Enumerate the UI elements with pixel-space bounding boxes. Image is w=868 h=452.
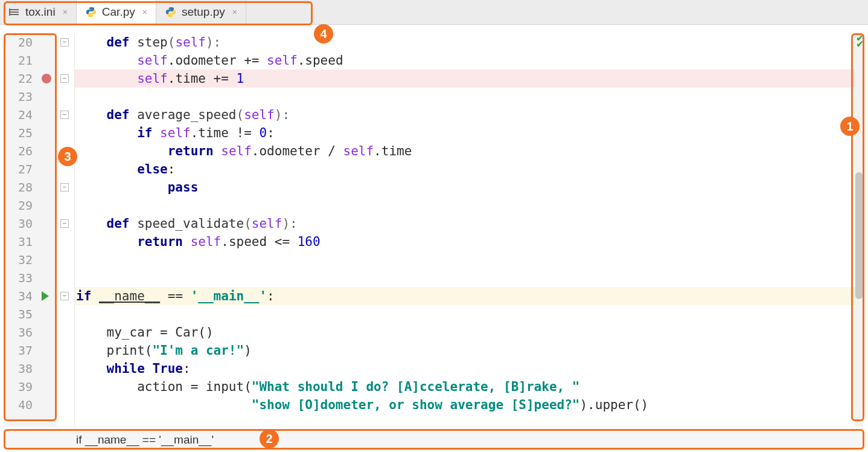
line-number[interactable]: 37: [4, 341, 33, 360]
line-number[interactable]: 20: [4, 33, 33, 51]
svg-rect-0: [10, 9, 19, 10]
callout-4: 4: [314, 24, 333, 44]
run-gutter-icon[interactable]: [42, 291, 49, 301]
close-icon[interactable]: ×: [232, 7, 237, 17]
line-number[interactable]: 35: [4, 305, 33, 323]
ide-editor-frame: { "tabs": [ { "label": "tox.ini", "icon"…: [0, 0, 868, 452]
line-number[interactable]: 27: [4, 160, 33, 178]
line-number[interactable]: 39: [4, 378, 33, 396]
line-number[interactable]: 32: [4, 251, 33, 269]
callout-2: 2: [260, 429, 279, 448]
code-line[interactable]: if __name__ == '__main__':: [75, 287, 863, 305]
code-line[interactable]: def average_speed(self):: [75, 106, 863, 124]
code-line[interactable]: def step(self):: [75, 33, 863, 51]
line-number[interactable]: 40: [4, 396, 33, 414]
line-number[interactable]: 23: [4, 88, 33, 106]
close-icon[interactable]: ×: [63, 7, 68, 17]
line-number[interactable]: 24: [4, 106, 33, 124]
line-number[interactable]: 33: [4, 269, 33, 287]
fold-toggle-icon[interactable]: −: [60, 74, 69, 83]
fold-toggle-icon[interactable]: −: [60, 219, 69, 228]
tab-label: tox.ini: [25, 5, 56, 19]
editor-scrollbar[interactable]: ✔✔: [855, 33, 863, 427]
fold-toggle-icon[interactable]: −: [60, 183, 69, 192]
code-line[interactable]: [75, 269, 863, 287]
code-line[interactable]: self.odometer += self.speed: [75, 51, 863, 69]
line-number[interactable]: 29: [4, 196, 33, 215]
code-line[interactable]: return self.speed <= 160: [75, 233, 863, 251]
code-line[interactable]: self.time += 1: [75, 69, 863, 88]
code-line[interactable]: "show [O]dometer, or show average [S]pee…: [75, 396, 863, 414]
fold-column[interactable]: −−−−−−: [57, 33, 75, 427]
svg-point-6: [168, 8, 170, 9]
line-number[interactable]: 21: [4, 51, 33, 69]
tab-setup-py[interactable]: setup.py×: [156, 0, 246, 24]
scroll-thumb[interactable]: [855, 172, 863, 299]
code-line[interactable]: def speed_validate(self):: [75, 215, 863, 233]
line-number[interactable]: 30: [4, 215, 33, 233]
tab-label: Car.py: [102, 5, 135, 19]
line-number[interactable]: 31: [4, 233, 33, 251]
line-number[interactable]: 34: [4, 287, 33, 305]
fold-toggle-icon[interactable]: −: [60, 292, 69, 300]
code-line[interactable]: print("I'm a car!"): [75, 341, 863, 360]
svg-rect-3: [9, 8, 10, 16]
code-line[interactable]: [75, 251, 863, 269]
code-line[interactable]: while True:: [75, 360, 863, 378]
code-line[interactable]: action = input("What should I do? [A]cce…: [75, 378, 863, 396]
close-icon[interactable]: ×: [142, 7, 147, 17]
svg-rect-2: [10, 14, 19, 15]
fold-toggle-icon[interactable]: −: [60, 38, 69, 47]
breakpoint-column[interactable]: [36, 33, 57, 427]
line-number-gutter[interactable]: 2021222324252627282930313233343536373839…: [4, 33, 36, 427]
svg-rect-1: [10, 11, 19, 13]
editor-area: 2021222324252627282930313233343536373839…: [4, 33, 863, 427]
svg-point-7: [172, 16, 173, 17]
code-line[interactable]: else:: [75, 160, 863, 178]
tab-tox-ini[interactable]: tox.ini×: [0, 0, 77, 24]
line-number[interactable]: 38: [4, 360, 33, 378]
python-file-icon: [165, 6, 177, 18]
python-file-icon: [85, 6, 97, 18]
fold-toggle-icon[interactable]: −: [60, 111, 69, 119]
svg-point-5: [92, 16, 94, 17]
line-number[interactable]: 25: [4, 124, 33, 142]
callout-3: 3: [58, 147, 77, 166]
breadcrumb-bar[interactable]: if __name__ == '__main__': [4, 430, 864, 448]
tab-label: setup.py: [182, 5, 225, 19]
svg-point-4: [89, 8, 90, 9]
code-line[interactable]: return self.odometer / self.time: [75, 142, 863, 160]
line-number[interactable]: 28: [4, 178, 33, 196]
line-number[interactable]: 36: [4, 323, 33, 341]
code-area[interactable]: def step(self): self.odometer += self.sp…: [75, 33, 863, 427]
editor-tabs: tox.ini×Car.py×setup.py×: [0, 0, 868, 25]
tab-car-py[interactable]: Car.py×: [77, 0, 156, 24]
breakpoint-icon[interactable]: [42, 74, 51, 83]
code-line[interactable]: my_car = Car(): [75, 323, 863, 341]
line-number[interactable]: 22: [4, 69, 33, 88]
callout-1: 1: [840, 117, 860, 136]
inspection-ok-icon: ✔✔: [857, 34, 862, 47]
ini-file-icon: [8, 6, 21, 18]
code-line[interactable]: [75, 88, 863, 106]
code-line[interactable]: pass: [75, 178, 863, 196]
code-line[interactable]: [75, 305, 863, 323]
code-line[interactable]: if self.time != 0:: [75, 124, 863, 142]
code-line[interactable]: [75, 196, 863, 215]
line-number[interactable]: 26: [4, 142, 33, 160]
breadcrumb-text: if __name__ == '__main__': [76, 433, 214, 447]
